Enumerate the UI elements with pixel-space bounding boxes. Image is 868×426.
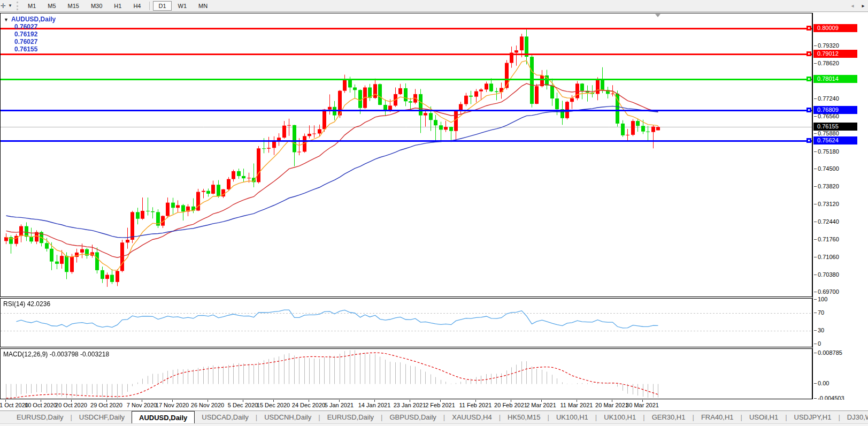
date-label: 23 Jan 2021 <box>394 402 426 408</box>
price-tick-label: 0.75880 <box>818 130 839 136</box>
tab-scroll-left-icon[interactable]: ◂ <box>849 2 856 10</box>
macd-label: MACD(12,26,9) -0.003798 -0.003218 <box>3 351 109 358</box>
macd-panel: MACD(12,26,9) -0.003798 -0.003218 <box>0 348 812 399</box>
line-end-marker <box>806 51 811 56</box>
price-level-chip: 0.78014 <box>813 75 857 83</box>
date-label: 20 Oct 2020 <box>55 402 87 408</box>
timeframe-button-m15[interactable]: M15 <box>63 1 85 11</box>
tab-usoil-h1[interactable]: USOil,H1 <box>742 411 785 423</box>
date-label: 5 Dec 2020 <box>228 402 258 408</box>
rsi-panel: RSI(14) 42.0236 <box>0 298 812 347</box>
macd-canvas[interactable] <box>1 349 812 399</box>
axis-border-line <box>812 13 813 399</box>
timeframe-button-m1[interactable]: M1 <box>22 1 41 11</box>
chart-shift-marker[interactable] <box>655 14 660 17</box>
date-label: 26 Nov 2020 <box>191 402 224 408</box>
price-level-chip: 0.79012 <box>813 50 857 58</box>
timeframe-button-h1[interactable]: H1 <box>109 1 127 11</box>
tab-usdcad-daily[interactable]: USDCAD,Daily <box>195 411 255 423</box>
chart-tab-bar: EURUSD,Daily|USDCHF,DailyAUDUSD,DailyUSD… <box>0 410 868 423</box>
rsi-label: RSI(14) 42.0236 <box>3 300 50 308</box>
chevron-down-icon: ▼ <box>8 3 12 8</box>
price-tick-label: 0.79320 <box>818 42 839 49</box>
date-label: 14 Jan 2021 <box>358 402 391 408</box>
timeframe-button-w1[interactable]: W1 <box>173 1 193 11</box>
timeframe-toolbar: ✛ ▼ M1M5M15M30H1H4D1W1MN <box>0 0 868 12</box>
rsi-scale-label: 70 <box>818 309 824 316</box>
tab-eurusd-daily[interactable]: EURUSD,Daily <box>10 411 70 423</box>
price-tick-label: 0.71060 <box>818 254 839 260</box>
timeframe-button-d1[interactable]: D1 <box>153 1 171 11</box>
date-label: 17 Nov 2020 <box>156 402 189 408</box>
macd-scale-label: 0.00 <box>818 380 829 386</box>
mt4-window: ✛ ▼ M1M5M15M30H1H4D1W1MN ▼AUDUSD,Daily 0… <box>0 0 868 426</box>
price-level-chip: 0.76809 <box>813 106 857 114</box>
timeframe-button-mn[interactable]: MN <box>193 1 213 11</box>
price-tick-label: 0.69700 <box>818 288 839 295</box>
tab-gbpusd-daily[interactable]: GBPUSD,Daily <box>382 411 443 423</box>
time-axis[interactable]: 1 Oct 202010 Oct 202020 Oct 202029 Oct 2… <box>0 400 868 410</box>
price-tick-label: 0.73820 <box>818 183 839 189</box>
price-level-chip: 0.75624 <box>813 136 857 144</box>
main-chart-canvas[interactable] <box>1 13 812 296</box>
timeframe-button-h4[interactable]: H4 <box>128 1 146 11</box>
ohlc-high: 0.76192 <box>14 31 37 38</box>
tab-uk100-h1[interactable]: UK100,H1 <box>597 411 643 423</box>
rsi-scale-label: 0 <box>818 340 821 347</box>
price-tick-label: 0.77240 <box>818 95 839 102</box>
toolbar-separator <box>149 2 150 10</box>
main-chart-panel: ▼AUDUSD,Daily 0.76027 0.76192 0.76027 0.… <box>0 13 812 297</box>
line-end-marker <box>806 26 811 31</box>
current-price-chip: 0.76155 <box>813 123 857 131</box>
rsi-canvas[interactable] <box>1 299 812 347</box>
timeframe-button-m30[interactable]: M30 <box>86 1 107 11</box>
toolbar-grip <box>17 2 19 10</box>
price-level-chip: 0.80009 <box>813 24 857 32</box>
price-tick-label: 0.74500 <box>818 165 839 172</box>
price-tick-label: 0.72440 <box>818 218 839 225</box>
chart-title: ▼AUDUSD,Daily 0.76027 0.76192 0.76027 0.… <box>4 16 58 60</box>
tab-usdjpy-h1[interactable]: USDJPY,H1 <box>787 411 839 423</box>
rsi-scale-label: 100 <box>818 296 827 302</box>
price-tick-label: 0.75180 <box>818 148 839 155</box>
price-axis[interactable]: 0.793200.786200.779400.772400.765600.758… <box>813 13 868 410</box>
rsi-scale-label: 30 <box>818 327 824 333</box>
tab-scroll-right-icon[interactable]: ▸ <box>860 2 866 10</box>
date-label: 2 Feb 2021 <box>425 402 455 408</box>
date-label: 11 Mar 2021 <box>560 402 593 408</box>
tab-scroll-arrows: ◂ ▸ <box>849 2 866 10</box>
status-strip <box>0 423 868 426</box>
tab-usdcnh-daily[interactable]: USDCNH,Daily <box>257 411 318 423</box>
date-label: 20 Feb 2021 <box>494 402 527 408</box>
date-label: 7 Nov 2020 <box>127 402 157 408</box>
date-label: 15 Dec 2020 <box>257 402 290 408</box>
date-label: 24 Dec 2020 <box>292 402 325 408</box>
price-tick-label: 0.70380 <box>818 271 839 278</box>
symbol-dropdown-icon[interactable]: ▼ <box>4 17 9 22</box>
macd-scale-label: 0.008785 <box>818 349 842 356</box>
date-label: 5 Jan 2021 <box>325 402 354 408</box>
tab-uk100-h1[interactable]: UK100,H1 <box>549 411 595 423</box>
tab-fra40-h1[interactable]: FRA40,H1 <box>694 411 741 423</box>
tab-ger30-h1[interactable]: GER30,H1 <box>645 411 693 423</box>
date-label: 11 Feb 2021 <box>459 402 492 408</box>
price-tick-label: 0.71760 <box>818 236 839 242</box>
price-tick-label: 0.73120 <box>818 201 839 207</box>
timeframe-button-m5[interactable]: M5 <box>42 1 61 11</box>
tab-dj30-weekly[interactable]: DJ30,Weekly <box>840 411 868 423</box>
tab-usdchf-daily[interactable]: USDCHF,Daily <box>72 411 132 423</box>
ohlc-open: 0.76027 <box>14 23 37 31</box>
price-tick-label: 0.78620 <box>818 60 839 66</box>
tab-eurusd-daily[interactable]: EURUSD,Daily <box>320 411 381 423</box>
tab-audusd-daily[interactable]: AUDUSD,Daily <box>132 411 195 423</box>
cursor-tool-button[interactable]: ✛ ▼ <box>0 2 14 10</box>
date-label: 29 Oct 2020 <box>90 402 122 408</box>
ohlc-close: 0.76155 <box>14 45 37 53</box>
chart-symbol: AUDUSD,Daily <box>11 16 56 23</box>
line-end-marker <box>806 108 811 112</box>
tab-xauusd-h4[interactable]: XAUUSD,H4 <box>445 411 498 423</box>
cursor-tool-icon: ✛ <box>1 2 6 10</box>
line-end-marker <box>806 138 811 143</box>
tab-hk50-m15[interactable]: HK50,M15 <box>501 411 547 423</box>
ohlc-low: 0.76027 <box>14 38 37 45</box>
